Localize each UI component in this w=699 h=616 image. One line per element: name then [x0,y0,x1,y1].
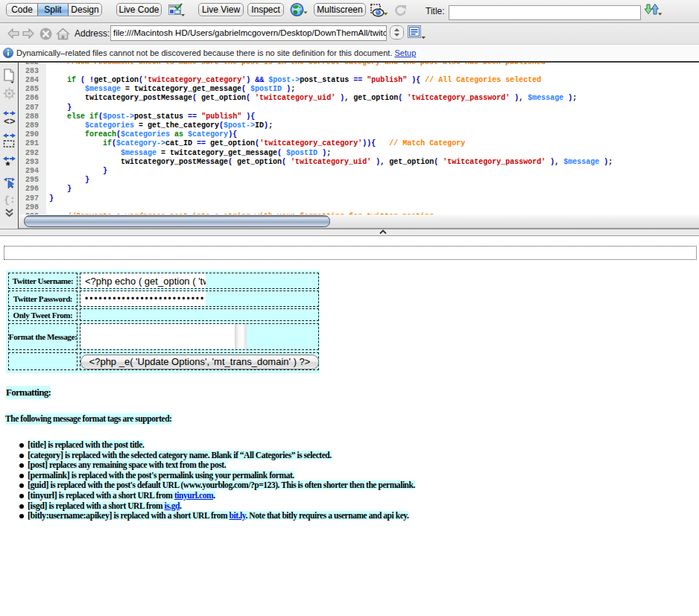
svg-text:<>: <> [4,116,16,126]
svg-text:*: * [6,159,10,170]
svg-text:{:}: {:} [4,194,15,206]
